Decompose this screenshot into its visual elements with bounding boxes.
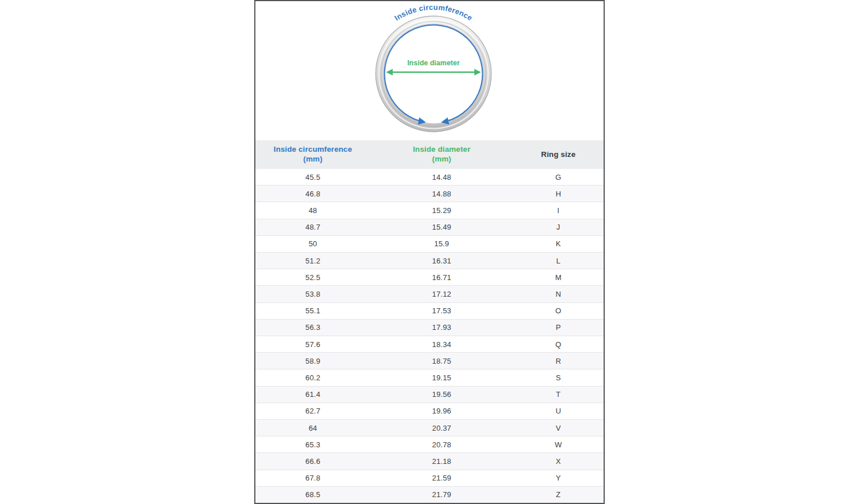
table-row: 62.719.96U — [255, 403, 604, 419]
table-cell: 53.8 — [255, 290, 371, 298]
table-cell: 48.7 — [255, 223, 371, 231]
table-cell: 58.9 — [255, 357, 371, 365]
table-cell: P — [513, 323, 604, 332]
table-row: 55.117.53O — [255, 302, 604, 319]
table-cell: 56.3 — [255, 323, 371, 332]
table-cell: 15.29 — [371, 206, 513, 215]
table-cell: 61.4 — [255, 390, 371, 399]
column-header-unit: (mm) — [371, 155, 513, 164]
table-cell: 64 — [255, 424, 371, 432]
table-cell: 52.5 — [255, 273, 371, 282]
table-cell: K — [513, 239, 604, 248]
table-cell: 19.96 — [371, 407, 513, 415]
table-row: 46.814.88H — [255, 185, 604, 202]
inside-diameter-label: Inside diameter — [407, 59, 460, 67]
table-row: 6420.37V — [255, 419, 604, 436]
table-cell: U — [513, 407, 604, 415]
table-row: 45.514.48G — [255, 169, 604, 185]
table-cell: 17.12 — [371, 290, 513, 298]
table-cell: 19.15 — [371, 373, 513, 382]
table-cell: I — [513, 206, 604, 215]
table-cell: 17.93 — [371, 323, 513, 332]
table-row: 4815.29I — [255, 202, 604, 218]
table-cell: 51.2 — [255, 257, 371, 265]
table-cell: T — [513, 390, 604, 399]
table-row: 66.621.18X — [255, 452, 604, 469]
column-header-title: Ring size — [513, 150, 604, 160]
table-row: 61.419.56T — [255, 386, 604, 403]
table-cell: 15.49 — [371, 223, 513, 231]
table-cell: 50 — [255, 239, 371, 248]
table-cell: Z — [513, 490, 604, 499]
table-cell: O — [513, 306, 604, 315]
column-header-title: Inside diameter — [371, 145, 513, 155]
table-cell: 15.9 — [371, 239, 513, 248]
table-cell: 57.6 — [255, 340, 371, 349]
table-cell: X — [513, 457, 604, 466]
table-cell: 17.53 — [371, 306, 513, 315]
table-cell: 14.88 — [371, 190, 513, 198]
table-cell: S — [513, 373, 604, 382]
table-row: 53.817.12N — [255, 285, 604, 302]
table-cell: 20.37 — [371, 424, 513, 432]
ring-illustration — [376, 16, 491, 132]
table-body: 45.514.48G46.814.88H4815.29I48.715.49J50… — [255, 169, 604, 503]
table-cell: 20.78 — [371, 440, 513, 449]
column-header-title: Inside circumference — [255, 145, 371, 155]
table-cell: M — [513, 273, 604, 282]
table-cell: 66.6 — [255, 457, 371, 466]
table-cell: G — [513, 173, 604, 182]
table-cell: Y — [513, 474, 604, 482]
column-header-unit: (mm) — [255, 155, 371, 164]
table-cell: 21.18 — [371, 457, 513, 466]
table-cell: 18.34 — [371, 340, 513, 349]
table-cell: 21.79 — [371, 490, 513, 499]
table-cell: Q — [513, 340, 604, 349]
table-row: 48.715.49J — [255, 219, 604, 235]
table-row: 51.216.31L — [255, 252, 604, 269]
table-cell: V — [513, 424, 604, 432]
table-cell: 62.7 — [255, 407, 371, 415]
table-cell: J — [513, 223, 604, 231]
table-row: 58.918.75R — [255, 352, 604, 369]
table-header-row: Inside circumference (mm) Inside diamete… — [255, 140, 604, 169]
table-cell: 65.3 — [255, 440, 371, 449]
table-cell: 45.5 — [255, 173, 371, 182]
ring-diagram: Inside diameter Inside circumference — [255, 1, 604, 140]
table-row: 52.516.71M — [255, 269, 604, 285]
table-row: 5015.9K — [255, 235, 604, 252]
table-cell: 67.8 — [255, 474, 371, 482]
ring-diagram-svg: Inside diameter Inside circumference — [255, 1, 604, 140]
table-row: 57.618.34Q — [255, 336, 604, 352]
inside-circumference-arc — [385, 25, 483, 123]
ring-size-guide-panel: Inside diameter Inside circumference Ins… — [254, 0, 605, 504]
table-cell: 16.71 — [371, 273, 513, 282]
table-cell: R — [513, 357, 604, 365]
table-cell: 46.8 — [255, 190, 371, 198]
table-row: 68.521.79Z — [255, 486, 604, 503]
table-cell: 55.1 — [255, 306, 371, 315]
column-header-ring-size: Ring size — [513, 150, 604, 160]
table-row: 56.317.93P — [255, 319, 604, 336]
table-cell: H — [513, 190, 604, 198]
table-cell: 60.2 — [255, 373, 371, 382]
column-header-inside-circumference: Inside circumference (mm) — [255, 145, 371, 164]
table-cell: N — [513, 290, 604, 298]
table-cell: 18.75 — [371, 357, 513, 365]
table-row: 67.821.59Y — [255, 470, 604, 486]
table-cell: 16.31 — [371, 257, 513, 265]
column-header-inside-diameter: Inside diameter (mm) — [371, 145, 513, 164]
table-cell: 14.48 — [371, 173, 513, 182]
table-cell: L — [513, 257, 604, 265]
table-cell: 68.5 — [255, 490, 371, 499]
table-cell: 19.56 — [371, 390, 513, 399]
table-cell: W — [513, 440, 604, 449]
table-cell: 21.59 — [371, 474, 513, 482]
table-row: 60.219.15S — [255, 369, 604, 385]
table-row: 65.320.78W — [255, 436, 604, 452]
table-cell: 48 — [255, 206, 371, 215]
